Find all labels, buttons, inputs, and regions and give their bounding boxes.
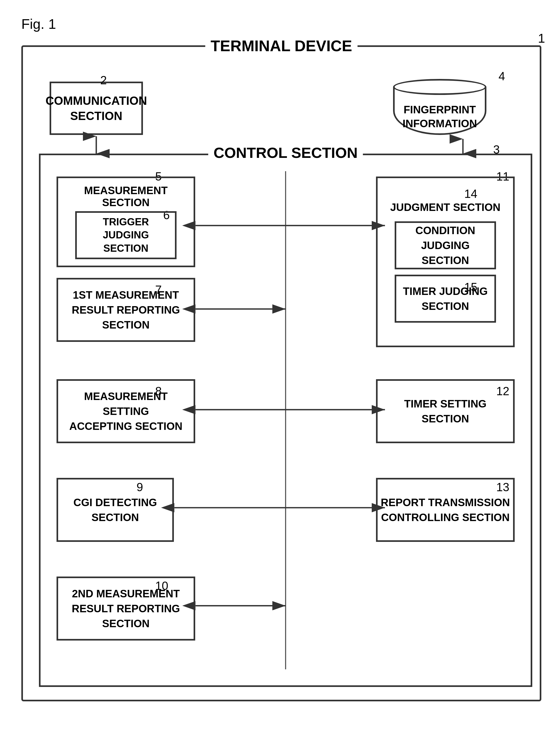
report-transmission-label: REPORT TRANSMISSIONCONTROLLING SECTION bbox=[381, 495, 510, 525]
control-section-label: CONTROL SECTION bbox=[208, 144, 363, 161]
measurement-setting-box: MEASUREMENTSETTINGACCEPTING SECTION bbox=[57, 379, 195, 443]
fingerprint-label: FINGERPRINTINFORMATION bbox=[402, 103, 477, 130]
fig-label: Fig. 1 bbox=[21, 16, 56, 32]
first-measurement-label: 1ST MEASUREMENTRESULT REPORTINGSECTION bbox=[72, 287, 180, 332]
fingerprint-cylinder: FINGERPRINTINFORMATION bbox=[393, 79, 486, 138]
timer-setting-label: TIMER SETTINGSECTION bbox=[404, 396, 487, 426]
judgment-section-title: JUDGMENT SECTION bbox=[390, 201, 500, 213]
trigger-judging-label: TRIGGERJUDGINGSECTION bbox=[103, 215, 149, 255]
condition-judging-label: CONDITION JUDGINGSECTION bbox=[396, 223, 494, 268]
ref-2: 2 bbox=[100, 74, 107, 87]
ref-1: 1 bbox=[538, 31, 545, 46]
timer-judging-label: TIMER JUDGINGSECTION bbox=[403, 284, 488, 314]
second-measurement-label: 2ND MEASUREMENTRESULT REPORTINGSECTION bbox=[72, 586, 180, 631]
timer-setting-box: TIMER SETTINGSECTION bbox=[376, 379, 515, 443]
judgment-section-box: JUDGMENT SECTION CONDITION JUDGINGSECTIO… bbox=[376, 177, 515, 347]
report-transmission-box: REPORT TRANSMISSIONCONTROLLING SECTION bbox=[376, 478, 515, 542]
condition-judging-box: CONDITION JUDGINGSECTION bbox=[395, 221, 496, 269]
trigger-judging-box: TRIGGERJUDGINGSECTION bbox=[75, 211, 177, 259]
measurement-setting-label: MEASUREMENTSETTINGACCEPTING SECTION bbox=[69, 389, 182, 434]
measurement-section-box: MEASUREMENTSECTION TRIGGERJUDGINGSECTION bbox=[57, 177, 195, 267]
fingerprint-info-box: FINGERPRINTINFORMATION bbox=[393, 79, 486, 138]
terminal-device-box: TERMINAL DEVICE 1 COMMUNICATIONSECTION 2… bbox=[21, 45, 541, 701]
first-measurement-result-box: 1ST MEASUREMENTRESULT REPORTINGSECTION bbox=[57, 278, 195, 342]
cgi-detecting-label: CGI DETECTINGSECTION bbox=[73, 495, 157, 525]
terminal-device-label: TERMINAL DEVICE bbox=[205, 37, 358, 55]
second-measurement-result-box: 2ND MEASUREMENTRESULT REPORTINGSECTION bbox=[57, 577, 195, 641]
communication-section-label: COMMUNICATIONSECTION bbox=[46, 93, 147, 123]
communication-section-box: COMMUNICATIONSECTION bbox=[50, 82, 143, 135]
ref-4: 4 bbox=[499, 70, 505, 83]
cylinder-top bbox=[393, 79, 486, 95]
cgi-detecting-box: CGI DETECTINGSECTION bbox=[57, 478, 174, 542]
control-section-box: CONTROL SECTION 5 6 7 8 9 10 11 12 13 14… bbox=[39, 154, 532, 687]
timer-judging-box: TIMER JUDGINGSECTION bbox=[395, 275, 496, 323]
measurement-section-title: MEASUREMENTSECTION bbox=[84, 185, 167, 209]
